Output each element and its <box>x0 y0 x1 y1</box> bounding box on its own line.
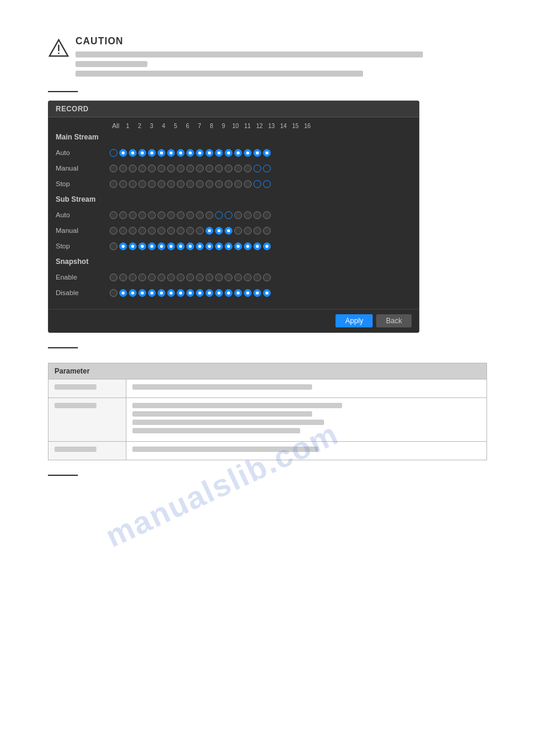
snap-enable-2[interactable] <box>129 274 137 281</box>
main-stop-2[interactable] <box>129 180 137 188</box>
sub-stop-5[interactable] <box>158 242 165 250</box>
snap-disable-10[interactable] <box>205 289 213 297</box>
sub-stop-8[interactable] <box>186 242 194 250</box>
snap-disable-14[interactable] <box>244 289 252 297</box>
sub-manual-13[interactable] <box>234 227 242 235</box>
main-auto-radios[interactable] <box>110 149 271 157</box>
sub-auto-7[interactable] <box>177 211 185 219</box>
snap-enable-10[interactable] <box>205 274 213 281</box>
sub-stop-14[interactable] <box>244 242 252 250</box>
snap-disable-12[interactable] <box>225 289 232 297</box>
snap-disable-15[interactable] <box>253 289 261 297</box>
sub-manual-8[interactable] <box>186 227 194 235</box>
main-auto-5[interactable] <box>158 149 165 157</box>
main-auto-6[interactable] <box>167 149 175 157</box>
sub-auto-2[interactable] <box>129 211 137 219</box>
sub-manual-4[interactable] <box>148 227 156 235</box>
main-stop-14[interactable] <box>244 180 252 188</box>
main-auto-2[interactable] <box>129 149 137 157</box>
main-stop-12[interactable] <box>225 180 232 188</box>
sub-auto-8[interactable] <box>186 211 194 219</box>
snap-enable-6[interactable] <box>167 274 175 281</box>
main-stop-9[interactable] <box>196 180 204 188</box>
sub-auto-3[interactable] <box>138 211 146 219</box>
sub-auto-4[interactable] <box>148 211 156 219</box>
snap-enable-14[interactable] <box>244 274 252 281</box>
sub-stop-15[interactable] <box>253 242 261 250</box>
main-auto-3[interactable] <box>138 149 146 157</box>
sub-stop-1[interactable] <box>119 242 127 250</box>
main-auto-10[interactable] <box>205 149 213 157</box>
sub-manual-16[interactable] <box>263 227 271 235</box>
snap-disable-8[interactable] <box>186 289 194 297</box>
snap-enable-15[interactable] <box>253 274 261 281</box>
main-manual-6[interactable] <box>167 165 175 172</box>
main-manual-row[interactable]: Manual <box>56 162 412 175</box>
sub-auto-1[interactable] <box>119 211 127 219</box>
main-manual-3[interactable] <box>138 165 146 172</box>
sub-manual-10[interactable] <box>205 227 213 235</box>
main-stop-13[interactable] <box>234 180 242 188</box>
sub-auto-9[interactable] <box>196 211 204 219</box>
sub-manual-6[interactable] <box>167 227 175 235</box>
snap-enable-8[interactable] <box>186 274 194 281</box>
main-stop-6[interactable] <box>167 180 175 188</box>
snap-disable-1[interactable] <box>119 289 127 297</box>
main-auto-12[interactable] <box>225 149 232 157</box>
main-auto-row[interactable]: Auto <box>56 146 412 159</box>
snap-enable-16[interactable] <box>263 274 271 281</box>
sub-stop-all[interactable] <box>110 242 117 250</box>
main-stop-10[interactable] <box>205 180 213 188</box>
sub-auto-13[interactable] <box>234 211 242 219</box>
sub-auto-14[interactable] <box>244 211 252 219</box>
sub-stop-6[interactable] <box>167 242 175 250</box>
snap-enable-9[interactable] <box>196 274 204 281</box>
snap-disable-16[interactable] <box>263 289 271 297</box>
main-stop-5[interactable] <box>158 180 165 188</box>
snapshot-disable-row[interactable]: Disable <box>56 286 412 299</box>
main-auto-14[interactable] <box>244 149 252 157</box>
snap-disable-5[interactable] <box>158 289 165 297</box>
main-manual-4[interactable] <box>148 165 156 172</box>
snap-disable-6[interactable] <box>167 289 175 297</box>
sub-stop-13[interactable] <box>234 242 242 250</box>
sub-stop-9[interactable] <box>196 242 204 250</box>
main-auto-1[interactable] <box>119 149 127 157</box>
main-auto-8[interactable] <box>186 149 194 157</box>
main-stop-16[interactable] <box>263 180 271 188</box>
main-manual-9[interactable] <box>196 165 204 172</box>
main-stop-3[interactable] <box>138 180 146 188</box>
sub-stop-3[interactable] <box>138 242 146 250</box>
snap-enable-all[interactable] <box>110 274 117 281</box>
snap-enable-3[interactable] <box>138 274 146 281</box>
sub-stop-radios[interactable] <box>110 242 271 250</box>
main-stop-11[interactable] <box>215 180 223 188</box>
main-manual-12[interactable] <box>225 165 232 172</box>
snap-enable-7[interactable] <box>177 274 185 281</box>
main-manual-15[interactable] <box>253 165 261 172</box>
main-manual-14[interactable] <box>244 165 252 172</box>
sub-stop-10[interactable] <box>205 242 213 250</box>
back-button[interactable]: Back <box>376 314 412 327</box>
main-manual-10[interactable] <box>205 165 213 172</box>
main-manual-13[interactable] <box>234 165 242 172</box>
snap-enable-1[interactable] <box>119 274 127 281</box>
main-manual-8[interactable] <box>186 165 194 172</box>
sub-auto-10[interactable] <box>205 211 213 219</box>
main-stop-1[interactable] <box>119 180 127 188</box>
snap-enable-5[interactable] <box>158 274 165 281</box>
snap-disable-11[interactable] <box>215 289 223 297</box>
main-manual-1[interactable] <box>119 165 127 172</box>
sub-manual-1[interactable] <box>119 227 127 235</box>
main-auto-7[interactable] <box>177 149 185 157</box>
sub-auto-row[interactable]: Auto <box>56 208 412 221</box>
main-stop-8[interactable] <box>186 180 194 188</box>
sub-stop-7[interactable] <box>177 242 185 250</box>
sub-auto-16[interactable] <box>263 211 271 219</box>
sub-manual-12[interactable] <box>225 227 232 235</box>
snapshot-enable-radios[interactable] <box>110 274 271 281</box>
main-auto-11[interactable] <box>215 149 223 157</box>
main-stop-radios[interactable] <box>110 180 271 188</box>
sub-auto-radios[interactable] <box>110 211 271 219</box>
sub-stop-row[interactable]: Stop <box>56 239 412 253</box>
